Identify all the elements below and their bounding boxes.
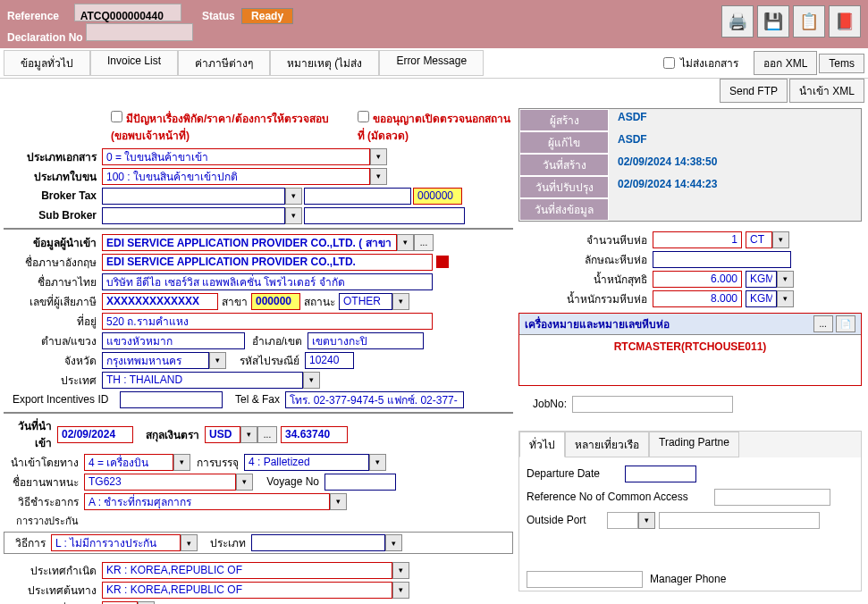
subtab-multi-voyage[interactable]: หลายเที่ยวเรือ <box>565 432 649 457</box>
addr-input[interactable] <box>102 313 433 330</box>
port-code-input[interactable] <box>102 601 138 605</box>
origin-input[interactable] <box>102 562 392 579</box>
departure-date-input[interactable] <box>625 466 696 482</box>
ins-type-input[interactable] <box>251 534 385 551</box>
broker-tax-name[interactable] <box>304 188 411 205</box>
port-arrow-icon[interactable]: ▾ <box>138 601 155 605</box>
marks-lookup-button[interactable]: ... <box>813 315 833 332</box>
subtab-trading-partner[interactable]: Trading Partne <box>649 432 739 457</box>
outside-port-name[interactable] <box>659 512 820 529</box>
send-ftp-button[interactable]: Send FTP <box>720 79 788 103</box>
subtab-general[interactable]: ทั่วไป <box>519 432 565 457</box>
clearance-input[interactable] <box>84 493 330 510</box>
pack-type-input[interactable] <box>653 251 791 268</box>
tax-status-arrow-icon[interactable]: ▾ <box>392 293 409 310</box>
tab-invoice-list[interactable]: Invoice List <box>90 50 178 76</box>
gross-input[interactable] <box>653 290 742 307</box>
tab-general[interactable]: ข้อมูลทั่วไป <box>4 50 90 76</box>
outside-port-arrow-icon[interactable]: ▾ <box>638 512 655 529</box>
importer-lookup-button[interactable]: ... <box>414 234 434 251</box>
broker-tax-code[interactable] <box>413 188 462 205</box>
name-th-input[interactable] <box>102 273 433 290</box>
vessel-input[interactable] <box>84 474 236 491</box>
prov-input[interactable] <box>102 352 209 369</box>
branch-input[interactable] <box>251 293 300 310</box>
xml-out-button[interactable]: ออก XML <box>754 51 817 75</box>
origin-arrow-icon[interactable]: ▾ <box>392 562 409 579</box>
gross-unit-arrow-icon[interactable]: ▾ <box>777 290 794 307</box>
tab-taxes[interactable]: ค่าภาษีต่างๆ <box>178 50 270 76</box>
ref-common-input[interactable] <box>714 489 830 506</box>
flag-icon[interactable] <box>436 256 449 268</box>
import-date-input[interactable] <box>57 426 133 443</box>
marks-action-button[interactable]: 📄 <box>836 315 855 332</box>
sub-broker-arrow-icon[interactable]: ▾ <box>285 207 302 224</box>
no-send-doc-checkbox[interactable] <box>663 57 675 69</box>
xml-in-button[interactable]: นำเข้า XML <box>789 79 864 103</box>
marks-label: เครื่องหมายและหมายเลขหีบห่อ <box>525 315 670 332</box>
currency-input[interactable] <box>205 426 240 443</box>
pack-unit-input[interactable] <box>746 231 772 248</box>
broker-tax-input[interactable] <box>102 188 285 205</box>
doc-type-select[interactable] <box>102 148 370 165</box>
ins-type-arrow-icon[interactable]: ▾ <box>385 534 402 551</box>
pack-method-arrow-icon[interactable]: ▾ <box>369 454 386 471</box>
book-icon[interactable]: 📕 <box>829 5 861 38</box>
pack-method-input[interactable] <box>244 454 369 471</box>
net-unit-input[interactable] <box>746 271 777 288</box>
broker-tax-arrow-icon[interactable]: ▾ <box>285 188 302 205</box>
via-arrow-icon[interactable]: ▾ <box>173 454 190 471</box>
telfax-input[interactable] <box>285 391 464 408</box>
rate-input[interactable] <box>281 426 348 443</box>
problem-checkbox[interactable] <box>111 111 122 122</box>
print-icon[interactable]: 🖨️ <box>721 5 754 38</box>
prov-arrow-icon[interactable]: ▾ <box>209 352 226 369</box>
sub-broker-input[interactable] <box>102 207 285 224</box>
dist-label: อำเภอ/เขต <box>245 332 308 349</box>
voyage-input[interactable] <box>324 474 396 491</box>
currency-arrow-icon[interactable]: ▾ <box>240 426 257 443</box>
subdist-input[interactable] <box>102 332 245 349</box>
port-name: สนามบินสุวรรณภูมิ <box>155 601 249 605</box>
prov-label: จังหวัด <box>4 352 102 369</box>
vessel-arrow-icon[interactable]: ▾ <box>236 474 253 491</box>
country-arrow-icon[interactable]: ▾ <box>303 372 320 389</box>
dist-input[interactable] <box>308 332 424 349</box>
country-input[interactable] <box>102 372 303 389</box>
jobno-input[interactable] <box>572 396 733 413</box>
tab-remarks[interactable]: หมายเหตุ (ไม่ส่ง <box>270 50 379 76</box>
importer-select[interactable] <box>102 234 397 251</box>
outside-check-checkbox[interactable] <box>358 111 369 122</box>
export-incentives-input[interactable] <box>120 391 223 408</box>
dest-arrow-icon[interactable]: ▾ <box>392 582 409 599</box>
iwt-select[interactable] <box>102 168 370 185</box>
sub-broker-name[interactable] <box>304 207 465 224</box>
clearance-arrow-icon[interactable]: ▾ <box>330 493 347 510</box>
pack-count-input[interactable] <box>653 231 742 248</box>
tab-error-message[interactable]: Error Message <box>379 50 484 76</box>
name-en-input[interactable] <box>102 254 433 271</box>
dest-input[interactable] <box>102 582 392 599</box>
manager-phone-input[interactable] <box>527 571 643 588</box>
status-ready-button[interactable]: Ready <box>241 8 293 24</box>
tax-status-input[interactable] <box>339 293 392 310</box>
currency-lookup-button[interactable]: ... <box>257 426 277 443</box>
outside-port-code[interactable] <box>607 512 638 529</box>
via-input[interactable] <box>84 454 173 471</box>
method-arrow-icon[interactable]: ▾ <box>181 534 198 551</box>
gross-unit-input[interactable] <box>746 290 777 307</box>
name-th-label: ชื่อภาษาไทย <box>4 273 102 290</box>
net-unit-arrow-icon[interactable]: ▾ <box>777 271 794 288</box>
importer-arrow-icon[interactable]: ▾ <box>397 234 414 251</box>
tems-button[interactable]: Tems <box>819 54 864 73</box>
net-input[interactable] <box>653 271 742 288</box>
post-input[interactable] <box>305 352 354 369</box>
iwt-arrow-icon[interactable]: ▾ <box>370 168 387 185</box>
checklist-icon[interactable]: 📋 <box>793 5 825 38</box>
method-input[interactable] <box>51 534 181 551</box>
dest-label: ประเทศต้นทาง <box>4 582 102 599</box>
save-icon[interactable]: 💾 <box>757 5 789 38</box>
pack-unit-arrow-icon[interactable]: ▾ <box>772 231 789 248</box>
tax-id-input[interactable] <box>102 293 218 310</box>
doc-type-arrow-icon[interactable]: ▾ <box>370 148 387 165</box>
